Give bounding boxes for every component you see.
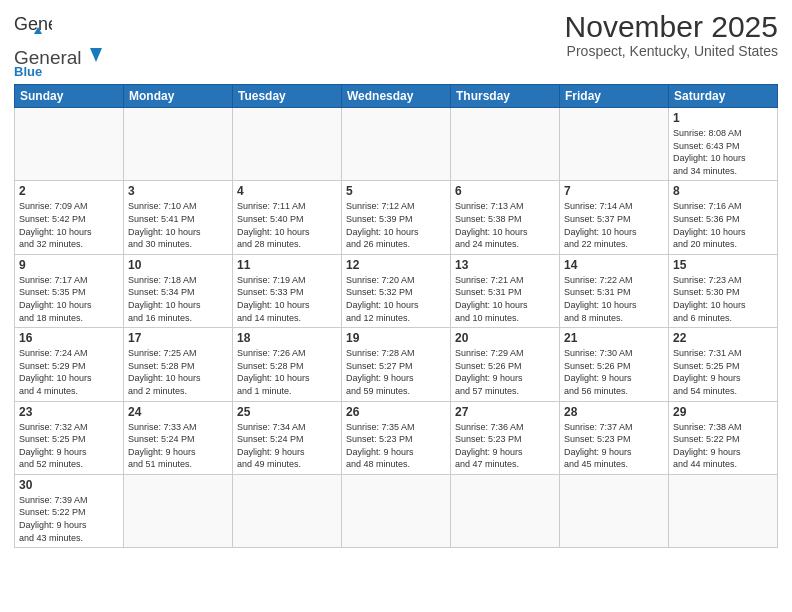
table-row: 27Sunrise: 7:36 AM Sunset: 5:23 PM Dayli… [451,401,560,474]
table-row: 24Sunrise: 7:33 AM Sunset: 5:24 PM Dayli… [124,401,233,474]
col-thursday: Thursday [451,85,560,108]
col-friday: Friday [560,85,669,108]
calendar-header-row: Sunday Monday Tuesday Wednesday Thursday… [15,85,778,108]
logo-svg: General Blue [14,42,104,78]
table-row [15,108,124,181]
svg-marker-3 [90,48,102,62]
table-row [233,474,342,547]
table-row: 25Sunrise: 7:34 AM Sunset: 5:24 PM Dayli… [233,401,342,474]
day-number: 24 [128,405,228,419]
table-row: 15Sunrise: 7:23 AM Sunset: 5:30 PM Dayli… [669,254,778,327]
table-row [124,108,233,181]
day-info: Sunrise: 7:36 AM Sunset: 5:23 PM Dayligh… [455,421,555,471]
day-info: Sunrise: 7:22 AM Sunset: 5:31 PM Dayligh… [564,274,664,324]
table-row: 16Sunrise: 7:24 AM Sunset: 5:29 PM Dayli… [15,328,124,401]
day-number: 3 [128,184,228,198]
table-row: 26Sunrise: 7:35 AM Sunset: 5:23 PM Dayli… [342,401,451,474]
table-row [342,108,451,181]
logo-icon: General [14,10,52,42]
day-info: Sunrise: 7:32 AM Sunset: 5:25 PM Dayligh… [19,421,119,471]
col-monday: Monday [124,85,233,108]
table-row: 4Sunrise: 7:11 AM Sunset: 5:40 PM Daylig… [233,181,342,254]
col-sunday: Sunday [15,85,124,108]
day-number: 12 [346,258,446,272]
svg-text:Blue: Blue [14,64,42,78]
table-row: 22Sunrise: 7:31 AM Sunset: 5:25 PM Dayli… [669,328,778,401]
day-number: 15 [673,258,773,272]
table-row: 13Sunrise: 7:21 AM Sunset: 5:31 PM Dayli… [451,254,560,327]
header: General General Blue November 2025 Prosp… [14,10,778,78]
table-row [560,474,669,547]
day-number: 10 [128,258,228,272]
day-info: Sunrise: 7:28 AM Sunset: 5:27 PM Dayligh… [346,347,446,397]
table-row: 3Sunrise: 7:10 AM Sunset: 5:41 PM Daylig… [124,181,233,254]
day-number: 27 [455,405,555,419]
svg-text:General: General [14,14,52,34]
day-info: Sunrise: 7:19 AM Sunset: 5:33 PM Dayligh… [237,274,337,324]
day-number: 21 [564,331,664,345]
table-row: 10Sunrise: 7:18 AM Sunset: 5:34 PM Dayli… [124,254,233,327]
day-info: Sunrise: 7:24 AM Sunset: 5:29 PM Dayligh… [19,347,119,397]
day-number: 29 [673,405,773,419]
table-row: 5Sunrise: 7:12 AM Sunset: 5:39 PM Daylig… [342,181,451,254]
day-number: 9 [19,258,119,272]
table-row: 29Sunrise: 7:38 AM Sunset: 5:22 PM Dayli… [669,401,778,474]
day-info: Sunrise: 7:18 AM Sunset: 5:34 PM Dayligh… [128,274,228,324]
day-number: 2 [19,184,119,198]
col-wednesday: Wednesday [342,85,451,108]
day-info: Sunrise: 7:21 AM Sunset: 5:31 PM Dayligh… [455,274,555,324]
table-row: 30Sunrise: 7:39 AM Sunset: 5:22 PM Dayli… [15,474,124,547]
day-info: Sunrise: 7:39 AM Sunset: 5:22 PM Dayligh… [19,494,119,544]
day-number: 11 [237,258,337,272]
day-info: Sunrise: 7:35 AM Sunset: 5:23 PM Dayligh… [346,421,446,471]
day-number: 25 [237,405,337,419]
day-info: Sunrise: 8:08 AM Sunset: 6:43 PM Dayligh… [673,127,773,177]
day-info: Sunrise: 7:10 AM Sunset: 5:41 PM Dayligh… [128,200,228,250]
table-row [342,474,451,547]
table-row: 19Sunrise: 7:28 AM Sunset: 5:27 PM Dayli… [342,328,451,401]
table-row: 14Sunrise: 7:22 AM Sunset: 5:31 PM Dayli… [560,254,669,327]
table-row: 21Sunrise: 7:30 AM Sunset: 5:26 PM Dayli… [560,328,669,401]
day-info: Sunrise: 7:09 AM Sunset: 5:42 PM Dayligh… [19,200,119,250]
day-info: Sunrise: 7:13 AM Sunset: 5:38 PM Dayligh… [455,200,555,250]
table-row: 11Sunrise: 7:19 AM Sunset: 5:33 PM Dayli… [233,254,342,327]
day-number: 18 [237,331,337,345]
day-info: Sunrise: 7:23 AM Sunset: 5:30 PM Dayligh… [673,274,773,324]
col-tuesday: Tuesday [233,85,342,108]
location: Prospect, Kentucky, United States [565,43,778,59]
day-number: 7 [564,184,664,198]
day-number: 14 [564,258,664,272]
day-number: 6 [455,184,555,198]
table-row: 18Sunrise: 7:26 AM Sunset: 5:28 PM Dayli… [233,328,342,401]
day-info: Sunrise: 7:31 AM Sunset: 5:25 PM Dayligh… [673,347,773,397]
day-info: Sunrise: 7:16 AM Sunset: 5:36 PM Dayligh… [673,200,773,250]
day-number: 5 [346,184,446,198]
day-info: Sunrise: 7:33 AM Sunset: 5:24 PM Dayligh… [128,421,228,471]
calendar-table: Sunday Monday Tuesday Wednesday Thursday… [14,84,778,548]
table-row: 2Sunrise: 7:09 AM Sunset: 5:42 PM Daylig… [15,181,124,254]
day-info: Sunrise: 7:29 AM Sunset: 5:26 PM Dayligh… [455,347,555,397]
day-number: 22 [673,331,773,345]
day-info: Sunrise: 7:30 AM Sunset: 5:26 PM Dayligh… [564,347,664,397]
day-number: 4 [237,184,337,198]
day-number: 8 [673,184,773,198]
day-number: 28 [564,405,664,419]
table-row [560,108,669,181]
day-number: 1 [673,111,773,125]
day-number: 19 [346,331,446,345]
table-row: 7Sunrise: 7:14 AM Sunset: 5:37 PM Daylig… [560,181,669,254]
table-row [451,108,560,181]
table-row: 8Sunrise: 7:16 AM Sunset: 5:36 PM Daylig… [669,181,778,254]
day-info: Sunrise: 7:37 AM Sunset: 5:23 PM Dayligh… [564,421,664,471]
table-row: 23Sunrise: 7:32 AM Sunset: 5:25 PM Dayli… [15,401,124,474]
day-info: Sunrise: 7:11 AM Sunset: 5:40 PM Dayligh… [237,200,337,250]
table-row: 28Sunrise: 7:37 AM Sunset: 5:23 PM Dayli… [560,401,669,474]
table-row [669,474,778,547]
day-number: 23 [19,405,119,419]
day-info: Sunrise: 7:12 AM Sunset: 5:39 PM Dayligh… [346,200,446,250]
month-title: November 2025 [565,10,778,43]
day-info: Sunrise: 7:17 AM Sunset: 5:35 PM Dayligh… [19,274,119,324]
table-row: 12Sunrise: 7:20 AM Sunset: 5:32 PM Dayli… [342,254,451,327]
page: General General Blue November 2025 Prosp… [0,0,792,612]
logo: General General Blue [14,10,104,78]
